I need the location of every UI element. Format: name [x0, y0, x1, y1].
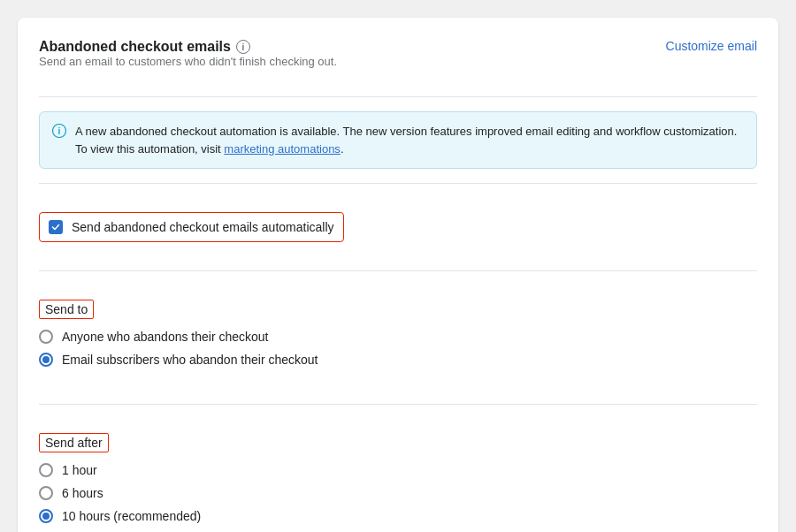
send-after-options: 1 hour 6 hours 10 hours (recommended) 24…: [39, 463, 757, 532]
send-after-label-1hour: 1 hour: [62, 463, 97, 477]
send-to-options: Anyone who abandons their checkout Email…: [39, 330, 757, 367]
card-subtitle: Send an email to customers who didn't fi…: [39, 55, 337, 68]
send-after-option-1hour[interactable]: 1 hour: [39, 463, 757, 477]
send-after-label: Send after: [39, 433, 109, 452]
title-group: Abandoned checkout emails i Send an emai…: [39, 39, 337, 82]
divider-2: [39, 183, 757, 184]
send-after-option-10hours[interactable]: 10 hours (recommended): [39, 509, 757, 523]
send-after-label-10hours: 10 hours (recommended): [62, 509, 201, 523]
svg-text:i: i: [58, 126, 61, 136]
banner-text-before: A new abandoned checkout automation is a…: [75, 125, 737, 156]
send-after-radio-10hours[interactable]: [39, 509, 53, 523]
auto-send-label: Send abandoned checkout emails automatic…: [72, 220, 334, 234]
banner-text-after: .: [341, 142, 344, 156]
send-to-radio-subscribers[interactable]: [39, 353, 53, 367]
card-title: Abandoned checkout emails i: [39, 39, 337, 55]
send-to-label-subscribers: Email subscribers who abandon their chec…: [62, 353, 318, 367]
info-banner: i A new abandoned checkout automation is…: [39, 111, 757, 169]
info-icon[interactable]: i: [236, 40, 250, 54]
auto-send-checkbox-row[interactable]: Send abandoned checkout emails automatic…: [39, 212, 344, 242]
send-to-label-anyone: Anyone who abandons their checkout: [62, 330, 269, 344]
send-after-radio-dot-10hours: [42, 513, 50, 520]
send-to-option-anyone[interactable]: Anyone who abandons their checkout: [39, 330, 757, 344]
divider-1: [39, 96, 757, 97]
send-to-radio-anyone[interactable]: [39, 330, 53, 344]
auto-send-checkbox[interactable]: [49, 220, 63, 234]
send-to-label: Send to: [39, 300, 94, 319]
send-after-label-6hours: 6 hours: [62, 486, 103, 500]
customize-email-link[interactable]: Customize email: [666, 39, 757, 53]
send-after-section: Send after 1 hour 6 hours 10 hours (reco…: [39, 419, 757, 532]
send-after-option-6hours[interactable]: 6 hours: [39, 486, 757, 500]
title-text: Abandoned checkout emails: [39, 39, 231, 55]
send-to-section: Send to Anyone who abandons their checko…: [39, 285, 757, 390]
marketing-automations-link[interactable]: marketing automations: [224, 142, 341, 156]
send-to-option-subscribers[interactable]: Email subscribers who abandon their chec…: [39, 353, 757, 367]
banner-info-icon: i: [52, 124, 66, 141]
main-card: Abandoned checkout emails i Send an emai…: [18, 18, 778, 532]
send-to-radio-dot-subscribers: [42, 356, 50, 363]
banner-text: A new abandoned checkout automation is a…: [75, 123, 744, 157]
auto-send-section: Send abandoned checkout emails automatic…: [39, 198, 757, 256]
send-after-radio-6hours[interactable]: [39, 486, 53, 500]
send-after-radio-1hour[interactable]: [39, 463, 53, 477]
card-header: Abandoned checkout emails i Send an emai…: [39, 39, 757, 82]
divider-3: [39, 270, 757, 271]
divider-4: [39, 404, 757, 405]
